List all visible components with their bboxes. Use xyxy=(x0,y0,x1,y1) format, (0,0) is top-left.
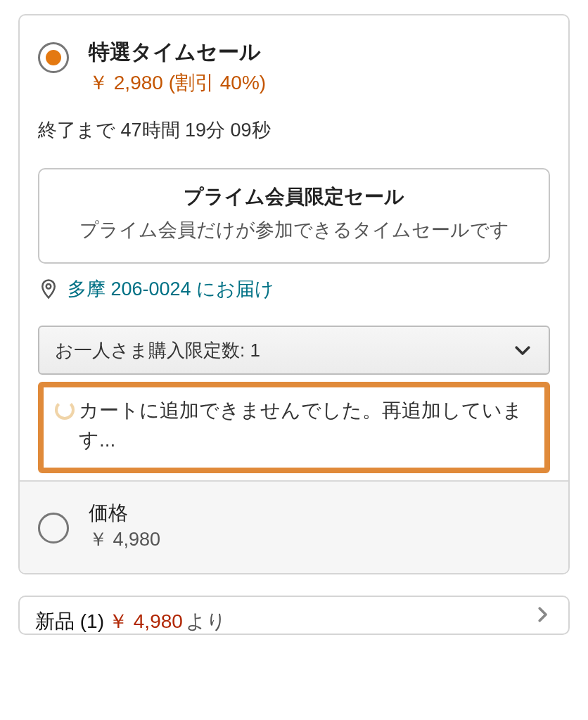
other-offers-suffix: より xyxy=(186,608,226,635)
purchase-options-box: 特選タイムセール ￥ 2,980 (割引 40%) 終了まで 47時間 19分 … xyxy=(18,14,570,574)
regular-price: ￥ 4,980 xyxy=(89,527,160,552)
regular-radio[interactable] xyxy=(38,513,69,544)
prime-banner: プライム会員限定セール プライム会員だけが参加できるタイムセールです xyxy=(38,168,550,264)
quantity-label: お一人さま購入限定数: 1 xyxy=(55,338,260,363)
svg-point-0 xyxy=(46,284,51,289)
regular-price-option[interactable]: 価格 ￥ 4,980 xyxy=(20,480,568,573)
prime-title: プライム会員限定セール xyxy=(55,184,533,210)
cart-error-text: カートに追加できませんでした。再追加しています... xyxy=(79,396,533,455)
quantity-select[interactable]: お一人さま購入限定数: 1 xyxy=(38,326,550,375)
deal-radio[interactable] xyxy=(38,42,69,73)
delivery-location[interactable]: 多摩 206-0024 にお届け xyxy=(38,276,550,302)
other-offers-lead: 新品 (1) xyxy=(35,608,104,635)
prime-desc: プライム会員だけが参加できるタイムセールです xyxy=(55,216,533,245)
chevron-right-icon xyxy=(532,604,553,625)
delivery-location-text: 多摩 206-0024 にお届け xyxy=(68,276,274,302)
spinner-icon xyxy=(55,400,75,420)
other-offers-row[interactable]: 新品 (1) ￥ 4,980 より xyxy=(18,596,570,635)
deal-title: 特選タイムセール xyxy=(89,38,550,67)
regular-title: 価格 xyxy=(89,500,160,527)
chevron-down-icon xyxy=(512,340,533,361)
cart-error-banner: カートに追加できませんでした。再追加しています... xyxy=(38,382,550,473)
location-icon xyxy=(38,278,59,300)
deal-price: ￥ 2,980 (割引 40%) xyxy=(89,70,550,96)
other-offers-price: ￥ 4,980 xyxy=(108,608,183,635)
deal-option[interactable]: 特選タイムセール ￥ 2,980 (割引 40%) 終了まで 47時間 19分 … xyxy=(20,15,568,480)
deal-countdown: 終了まで 47時間 19分 09秒 xyxy=(38,117,550,143)
